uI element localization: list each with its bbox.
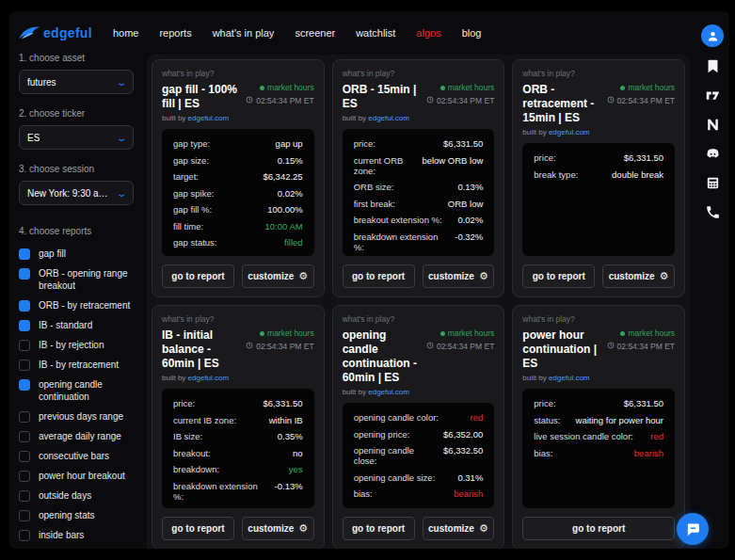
report-checkbox[interactable]: inside bars	[19, 529, 139, 541]
stat-value: $6,331.50	[443, 138, 483, 149]
customize-button[interactable]: customize⚙	[423, 264, 495, 288]
go-to-report-button[interactable]: go to report	[343, 264, 415, 288]
customize-button[interactable]: customize⚙	[242, 517, 314, 540]
logo[interactable]: edgeful	[19, 25, 92, 40]
edgeful-link[interactable]: edgeful.com	[368, 114, 409, 122]
clock-icon	[246, 96, 253, 105]
checkbox-unchecked-icon[interactable]	[19, 431, 30, 442]
nav-item-screener[interactable]: screener	[295, 27, 335, 39]
discord-icon[interactable]	[702, 143, 723, 164]
nav-item-what-s-in-play[interactable]: what's in play	[213, 27, 275, 39]
report-stat-row: opening candle size:0.31%	[354, 472, 484, 483]
market-status-label: market hours	[448, 328, 495, 338]
report-stat-row: break type:double break	[534, 169, 663, 180]
checkbox-unchecked-icon[interactable]	[19, 451, 30, 462]
checkbox-checked-icon[interactable]	[19, 248, 30, 260]
report-checkbox[interactable]: average daily range	[19, 430, 139, 442]
report-checkbox[interactable]: outside days	[19, 489, 139, 502]
asset-select[interactable]: futures ⌄	[19, 70, 134, 94]
checkbox-unchecked-icon[interactable]	[19, 471, 30, 482]
integration-rail	[697, 24, 727, 222]
report-checkbox[interactable]: opening candle continuation	[19, 378, 139, 403]
card-kicker: what's in play?	[343, 69, 495, 78]
ticker-select[interactable]: ES ⌄	[19, 125, 134, 150]
go-to-report-button[interactable]: go to report	[162, 264, 234, 288]
stat-value: no	[293, 507, 303, 508]
go-to-report-button[interactable]: go to report	[522, 264, 595, 288]
report-checkbox-label: outside days	[39, 489, 91, 502]
stat-label: target:	[173, 171, 199, 182]
market-status: market hours	[243, 328, 314, 338]
checkbox-checked-icon[interactable]	[19, 300, 30, 312]
checkbox-checked-icon[interactable]	[19, 268, 30, 280]
report-stat-row: price:$6,331.50	[534, 398, 663, 408]
chevron-down-icon: ⌄	[115, 188, 127, 199]
chat-button[interactable]	[677, 513, 709, 545]
report-stat-row: double break:no	[173, 507, 303, 508]
report-checkbox[interactable]: opening stats	[19, 509, 139, 521]
nav-item-watchlist[interactable]: watchlist	[356, 27, 395, 39]
report-checkbox[interactable]: gap fill	[19, 248, 139, 260]
phone-icon[interactable]	[702, 201, 723, 222]
card-footer: go to reportcustomize⚙	[522, 264, 675, 288]
customize-button[interactable]: customize⚙	[602, 264, 675, 288]
report-stat-row: price:$6,331.50	[534, 152, 663, 163]
report-checkbox[interactable]: IB - by retracement	[19, 359, 139, 371]
customize-button[interactable]: customize⚙	[242, 264, 314, 288]
nav-item-blog[interactable]: blog	[462, 27, 482, 39]
tradingview-icon[interactable]	[702, 85, 723, 105]
checkbox-checked-icon[interactable]	[19, 379, 30, 391]
built-by: built by edgeful.com	[343, 388, 495, 396]
go-to-report-button[interactable]: go to report	[343, 517, 415, 540]
report-checkbox[interactable]: consecutive bars	[19, 450, 139, 462]
report-checkbox-label: inside bars	[39, 529, 84, 541]
checkbox-unchecked-icon[interactable]	[19, 490, 30, 502]
edgeful-link[interactable]: edgeful.com	[188, 374, 230, 382]
ninjatrader-icon[interactable]	[702, 114, 723, 135]
checkbox-unchecked-icon[interactable]	[19, 340, 30, 351]
report-checkbox[interactable]: IB - standard	[19, 319, 139, 331]
nav-item-algos[interactable]: algos	[416, 27, 440, 39]
card-kicker: what's in play?	[162, 314, 314, 324]
built-by-label: built by	[162, 374, 188, 382]
go-to-report-button[interactable]: go to report	[162, 517, 234, 540]
report-data-panel: price:$6,331.50current ORB zone:below OR…	[343, 129, 495, 256]
report-card: what's in play? power hour continuation …	[512, 305, 685, 549]
report-checklist: gap fillORB - opening range breakoutORB …	[19, 248, 143, 549]
stat-label: opening candle close:	[354, 445, 436, 466]
bookmark-icon[interactable]	[702, 56, 723, 76]
stat-label: gap fill zone:	[173, 254, 223, 257]
built-by: built by edgeful.com	[522, 374, 675, 382]
checkbox-unchecked-icon[interactable]	[19, 360, 30, 371]
report-checkbox[interactable]: IB - by rejection	[19, 339, 139, 351]
profile-icon[interactable]	[701, 24, 724, 47]
stat-label: opening price:	[354, 429, 410, 440]
report-checkbox[interactable]: previous days range	[19, 410, 139, 423]
checkbox-checked-icon[interactable]	[19, 320, 30, 331]
session-select[interactable]: New York: 9:30 am to... ⌄	[19, 181, 134, 205]
edgeful-link[interactable]: edgeful.com	[549, 128, 590, 136]
checkbox-unchecked-icon[interactable]	[19, 530, 30, 541]
go-to-report-button[interactable]: go to report	[522, 517, 675, 540]
stat-label: breakdown extension %:	[354, 232, 448, 252]
report-checkbox[interactable]: power hour breakout	[19, 470, 139, 482]
card-kicker: what's in play?	[162, 69, 314, 78]
calendar-icon[interactable]	[702, 172, 723, 193]
checkbox-unchecked-icon[interactable]	[19, 510, 30, 521]
card-time: 02:54:34 PM ET	[603, 96, 675, 105]
nav-item-home[interactable]: home	[113, 27, 139, 39]
clock-icon	[607, 342, 615, 351]
edgeful-link[interactable]: edgeful.com	[188, 114, 230, 122]
checkbox-unchecked-icon[interactable]	[19, 411, 30, 423]
customize-button[interactable]: customize⚙	[423, 517, 495, 540]
card-footer: go to reportcustomize⚙	[162, 264, 314, 288]
report-checkbox[interactable]: ORB - by retracement	[19, 299, 139, 312]
card-header: IB - initial balance - 60min | ES market…	[162, 328, 314, 371]
nav-item-reports[interactable]: reports	[159, 27, 191, 39]
edgeful-link[interactable]: edgeful.com	[368, 388, 409, 396]
stat-value: -0.32%	[455, 232, 483, 252]
edgeful-link[interactable]: edgeful.com	[549, 374, 590, 382]
report-checkbox[interactable]: ORB - opening range breakout	[19, 267, 139, 292]
stat-label: bias:	[354, 488, 373, 499]
market-status-label: market hours	[267, 83, 314, 92]
